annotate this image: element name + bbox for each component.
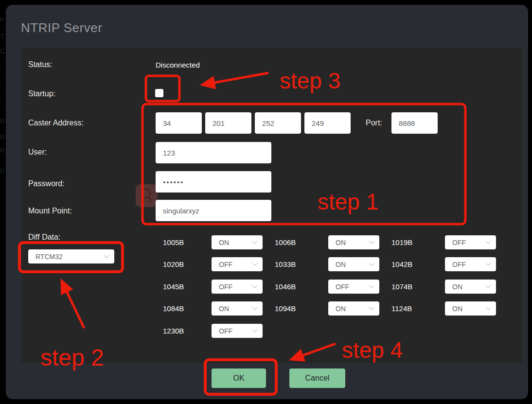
msg-1033b-value: ON	[336, 261, 346, 268]
msg-1230b-label: 1230B	[163, 327, 184, 335]
form-panel	[22, 48, 522, 363]
chevron-down-icon	[369, 282, 374, 288]
chevron-down-icon	[485, 304, 491, 310]
mount-point-label: Mount Point:	[28, 207, 72, 215]
msg-1084b-label: 1084B	[163, 304, 184, 313]
msg-1042b-value: OFF	[452, 261, 466, 268]
ip-octet-4-input[interactable]	[304, 112, 351, 134]
page: e T C - - - RI R RI R NTRIP Server Statu…	[0, 0, 532, 404]
msg-1020b-select[interactable]: OFF	[212, 257, 263, 271]
diff-data-value: RTCM32	[35, 253, 63, 261]
startup-checkbox[interactable]	[155, 89, 163, 97]
background-glyph: C	[0, 47, 5, 55]
ok-button[interactable]: OK	[212, 369, 266, 388]
msg-1019b-select[interactable]: OFF	[445, 235, 496, 249]
msg-1006b-label: 1006B	[275, 238, 296, 246]
msg-1005b-label: 1005B	[163, 238, 184, 246]
msg-1019b-label: 1019B	[391, 238, 412, 246]
chevron-down-icon	[485, 282, 491, 288]
background-glyph: R	[0, 167, 5, 175]
cancel-button[interactable]: Cancel	[289, 369, 345, 388]
chevron-down-icon	[252, 327, 257, 332]
msg-1020b-label: 1020B	[163, 260, 184, 268]
msg-1074b-label: 1074B	[391, 282, 412, 291]
chevron-down-icon	[252, 282, 257, 288]
password-label: Password:	[28, 179, 65, 188]
startup-label: Startup:	[28, 89, 55, 98]
background-glyph: -	[0, 65, 2, 73]
status-label: Status:	[28, 60, 53, 69]
msg-1020b-value: OFF	[219, 261, 232, 268]
password-input[interactable]	[156, 171, 271, 193]
port-label: Port:	[366, 119, 382, 127]
msg-1094b-label: 1094B	[275, 304, 296, 313]
mount-point-input[interactable]	[156, 200, 271, 221]
background-glyph: T	[0, 32, 4, 40]
background-glyph: R	[0, 133, 5, 141]
diff-data-select[interactable]: RTCM32	[28, 249, 114, 263]
chevron-down-icon	[252, 304, 257, 310]
msg-1033b-select[interactable]: ON	[328, 257, 379, 271]
msg-1042b-label: 1042B	[391, 260, 412, 268]
chevron-down-icon	[369, 260, 374, 265]
ip-octet-2-input[interactable]	[205, 112, 251, 134]
user-input[interactable]	[156, 142, 271, 163]
chevron-down-icon	[485, 238, 491, 244]
msg-1084b-value: ON	[219, 305, 229, 313]
chevron-down-icon	[485, 260, 491, 265]
msg-1230b-select[interactable]: OFF	[212, 324, 263, 338]
diff-data-label: Diff Data:	[28, 233, 60, 242]
user-label: User:	[28, 148, 47, 157]
msg-1019b-value: OFF	[452, 239, 466, 246]
msg-1124b-label: 1124B	[391, 304, 412, 313]
msg-1045b-select[interactable]: OFF	[212, 280, 263, 294]
msg-1046b-value: OFF	[336, 283, 349, 291]
status-value: Disconnected	[156, 61, 200, 69]
msg-1046b-select[interactable]: OFF	[328, 280, 379, 294]
background-glyph: -	[0, 94, 2, 102]
msg-1006b-select[interactable]: ON	[328, 235, 379, 249]
chevron-down-icon	[369, 238, 374, 244]
msg-1045b-label: 1045B	[163, 282, 184, 291]
chevron-down-icon	[369, 304, 374, 310]
port-input[interactable]	[391, 112, 438, 134]
msg-1033b-label: 1033B	[275, 260, 296, 268]
msg-1084b-select[interactable]: ON	[212, 301, 263, 316]
msg-1005b-value: ON	[219, 239, 229, 246]
caster-address-label: Caster Address:	[28, 119, 84, 127]
background-glyph: e	[0, 15, 4, 23]
msg-1094b-select[interactable]: ON	[328, 301, 379, 316]
chevron-down-icon	[252, 260, 257, 265]
msg-1045b-value: OFF	[219, 283, 232, 291]
ip-octet-1-input[interactable]	[156, 112, 202, 134]
msg-1006b-value: ON	[336, 239, 346, 246]
dialog-title: NTRIP Server	[21, 20, 102, 35]
msg-1046b-label: 1046B	[275, 282, 296, 291]
ip-octet-3-input[interactable]	[255, 112, 301, 134]
msg-1124b-select[interactable]: ON	[445, 301, 496, 316]
msg-1042b-select[interactable]: OFF	[445, 257, 496, 271]
msg-1074b-select[interactable]: ON	[445, 280, 496, 294]
chevron-down-icon	[104, 252, 109, 258]
msg-1074b-value: ON	[452, 283, 462, 291]
msg-1005b-select[interactable]: ON	[212, 235, 263, 249]
chevron-down-icon	[252, 238, 257, 244]
background-glyph: -	[0, 81, 2, 89]
msg-1094b-value: ON	[336, 305, 346, 313]
msg-1124b-value: ON	[452, 305, 462, 313]
msg-1230b-value: OFF	[219, 327, 232, 335]
magnifier-overlay-icon	[136, 184, 158, 207]
